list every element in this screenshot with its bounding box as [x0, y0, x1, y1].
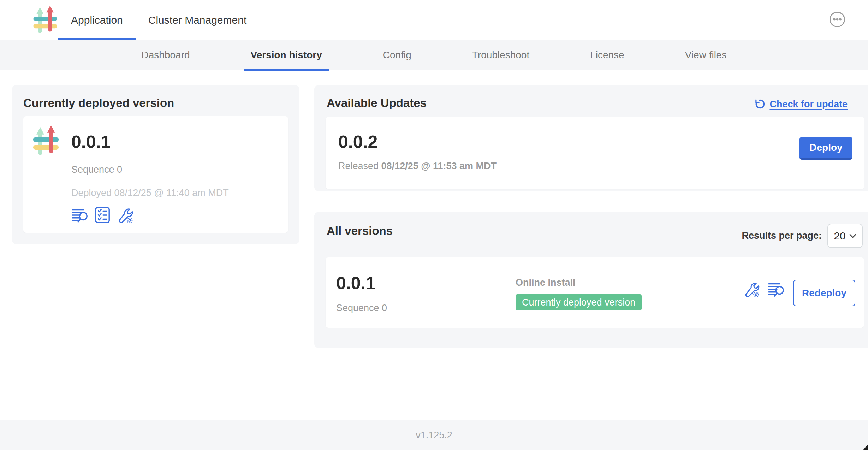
row-version-number: 0.0.1 — [336, 273, 375, 294]
tab-cluster-management[interactable]: Cluster Management — [136, 0, 259, 40]
results-per-page-label: Results per page: — [742, 230, 822, 241]
updates-card-title: Available Updates — [327, 96, 427, 110]
chevron-down-icon — [849, 234, 856, 238]
refresh-icon — [754, 99, 765, 110]
redeploy-button[interactable]: Redeploy — [793, 280, 855, 306]
config-icon[interactable] — [743, 281, 760, 298]
available-updates-card: Available Updates Check for update 0.0.2… — [314, 85, 868, 191]
update-row: 0.0.2 Released 08/12/25 @ 11:53 am MDT D… — [326, 117, 864, 189]
release-notes-icon[interactable] — [768, 281, 785, 298]
header-tabs: Application Cluster Management — [58, 0, 259, 40]
admin-console-page: Application Cluster Management Dashboard… — [0, 0, 868, 450]
tab-version-history[interactable]: Version history — [244, 40, 329, 70]
currently-deployed-card: Currently deployed version 0.0.1 Sequenc… — [12, 85, 299, 244]
tab-troubleshoot[interactable]: Troubleshoot — [465, 40, 536, 70]
overflow-menu-button[interactable] — [829, 11, 845, 28]
all-versions-card: All versions Results per page: 20 0.0.1 … — [314, 212, 868, 348]
top-header: Application Cluster Management — [0, 0, 868, 40]
app-subnav: Dashboard Version history Config Trouble… — [0, 40, 868, 70]
deployed-sequence: Sequence 0 — [71, 164, 122, 175]
deployed-timestamp: Deployed 08/12/25 @ 11:40 am MDT — [71, 188, 229, 199]
console-version: v1.125.2 — [416, 430, 452, 441]
tab-license[interactable]: License — [583, 40, 631, 70]
currently-deployed-badge: Currently deployed version — [516, 294, 642, 310]
tab-application[interactable]: Application — [58, 0, 136, 40]
row-sequence: Sequence 0 — [336, 303, 387, 314]
preflight-checks-icon[interactable] — [94, 207, 111, 224]
row-actions — [743, 281, 785, 298]
deployed-actions — [71, 207, 133, 224]
deployed-version-number: 0.0.1 — [71, 132, 111, 152]
update-version-number: 0.0.2 — [338, 132, 377, 152]
check-for-update-label: Check for update — [769, 99, 848, 110]
release-notes-icon[interactable] — [71, 207, 88, 224]
results-per-page: Results per page: 20 — [742, 224, 863, 248]
results-per-page-select[interactable]: 20 — [827, 224, 863, 248]
config-icon[interactable] — [117, 207, 133, 224]
version-row: 0.0.1 Sequence 0 Online Install Currentl… — [326, 257, 864, 328]
cursor-artifact — [863, 444, 868, 450]
app-logo-icon — [32, 6, 58, 35]
versions-card-title: All versions — [327, 224, 393, 238]
deployed-card-title: Currently deployed version — [23, 96, 174, 110]
page-footer: v1.125.2 — [0, 420, 868, 450]
check-for-update-link[interactable]: Check for update — [754, 99, 848, 110]
app-logo-icon — [33, 125, 59, 156]
tab-dashboard[interactable]: Dashboard — [135, 40, 197, 70]
deploy-button[interactable]: Deploy — [799, 137, 852, 160]
tab-config[interactable]: Config — [376, 40, 418, 70]
row-install-type: Online Install — [516, 277, 576, 288]
tab-view-files[interactable]: View files — [678, 40, 734, 70]
deployed-version-panel: 0.0.1 Sequence 0 Deployed 08/12/25 @ 11:… — [23, 116, 288, 233]
update-released-timestamp: Released 08/12/25 @ 11:53 am MDT — [338, 161, 497, 172]
results-per-page-value: 20 — [834, 230, 845, 242]
